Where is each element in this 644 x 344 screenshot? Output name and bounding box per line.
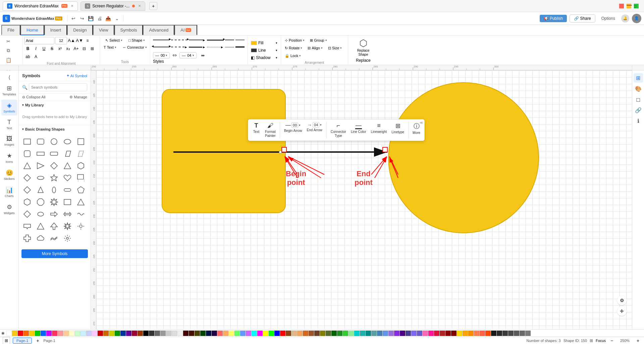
shape-heart[interactable]: [62, 172, 73, 184]
shape-ellipse-h[interactable]: [35, 172, 46, 184]
ft-format-painter-btn[interactable]: 🖌 FormatPainter: [263, 121, 278, 139]
arrow-2[interactable]: ►: [171, 37, 188, 43]
shape-starburst[interactable]: [62, 220, 73, 232]
new-tab-btn[interactable]: +: [149, 2, 157, 10]
color-swatch[interactable]: [172, 331, 177, 336]
tab-insert[interactable]: Insert: [44, 25, 67, 35]
shape-12-star[interactable]: [48, 196, 60, 208]
shape-arrow-r[interactable]: [48, 208, 60, 220]
color-swatch[interactable]: [388, 331, 394, 336]
shape-tri5[interactable]: [35, 220, 46, 232]
paste-btn[interactable]: 📋: [4, 56, 13, 64]
color-swatch[interactable]: [166, 331, 171, 336]
color-swatch[interactable]: [502, 331, 508, 336]
color-swatch[interactable]: [109, 331, 114, 336]
shape-rect-shadow[interactable]: [75, 172, 87, 184]
color-swatch[interactable]: [457, 331, 462, 336]
color-swatch[interactable]: [303, 331, 308, 336]
canvas-settings-btn[interactable]: ⚙: [617, 296, 627, 305]
font-more-btn[interactable]: A+: [72, 45, 80, 52]
ft-text-btn[interactable]: T Text: [250, 121, 262, 139]
text-btn[interactable]: T Text ▾: [101, 44, 119, 51]
color-swatch[interactable]: [63, 331, 69, 336]
shape-square[interactable]: [75, 136, 87, 147]
shape-oct[interactable]: [35, 196, 46, 208]
color-swatch[interactable]: [177, 331, 183, 336]
color-swatch[interactable]: [309, 331, 314, 336]
size-btn[interactable]: ⊡ Size ▾: [326, 45, 344, 52]
color-swatch[interactable]: [291, 331, 297, 336]
color-swatch[interactable]: [206, 331, 211, 336]
color-swatch[interactable]: [189, 331, 194, 336]
shape-rect2[interactable]: [62, 196, 73, 208]
ft-linetype-btn[interactable]: ⊞ Linetype: [389, 121, 406, 139]
color-swatch[interactable]: [183, 331, 189, 336]
color-swatch[interactable]: [75, 331, 80, 336]
more-symbols-btn[interactable]: More Symbols: [21, 249, 88, 258]
lock-btn[interactable]: 🔒 Lock ▾: [282, 52, 303, 59]
shape-wave[interactable]: [75, 208, 87, 220]
color-swatch[interactable]: [354, 331, 360, 336]
shape-rect-rounded[interactable]: [35, 136, 46, 147]
publish-btn[interactable]: 📢 Publish: [540, 15, 567, 22]
rotate-btn[interactable]: ↻ Rotate ▾: [282, 45, 305, 52]
page-tab-1[interactable]: Page-1: [13, 338, 32, 344]
color-swatch[interactable]: [52, 331, 57, 336]
color-swatch[interactable]: [474, 331, 479, 336]
arrow-11[interactable]: [225, 44, 234, 50]
align-btn[interactable]: ≡: [84, 37, 91, 44]
ft-connector-type-btn[interactable]: ⌐ ConnectorType: [329, 121, 348, 139]
italic-btn[interactable]: I: [32, 45, 40, 52]
color-swatch[interactable]: [217, 331, 223, 336]
color-swatch[interactable]: [58, 331, 63, 336]
shape-triangle-eq[interactable]: [62, 160, 73, 171]
sidebar-item-symbols[interactable]: ◈ Symbols: [1, 100, 17, 115]
color-swatch[interactable]: [343, 331, 348, 336]
font-size-input[interactable]: [55, 37, 67, 44]
color-swatch[interactable]: [200, 331, 206, 336]
color-swatch[interactable]: [525, 331, 531, 336]
canvas-page-wrapper[interactable]: Beginpoint Endpoint T Text 🖌 FormatPaint…: [96, 70, 632, 329]
shape-pentagon[interactable]: [75, 184, 87, 196]
shape-arrow-up[interactable]: [48, 220, 60, 232]
color-swatch[interactable]: [371, 331, 377, 336]
tab-close-screen[interactable]: ✕: [138, 4, 141, 8]
add-page-btn[interactable]: +: [35, 338, 41, 344]
tab-ai[interactable]: AI hot: [174, 25, 197, 35]
canvas-crosshair-btn[interactable]: ✛: [617, 306, 627, 316]
shadow-row[interactable]: ◧ Shadow ▾: [250, 55, 279, 61]
shape-hex2[interactable]: [21, 196, 33, 208]
color-swatch[interactable]: [428, 331, 434, 336]
color-swatch[interactable]: [377, 331, 382, 336]
collapse-all-btn[interactable]: ⊖ Collapse All: [22, 95, 46, 99]
redo-btn[interactable]: ↪: [78, 14, 86, 22]
save-btn[interactable]: 💾: [87, 14, 95, 22]
shape-ell2[interactable]: [48, 184, 60, 196]
replace-shape-btn[interactable]: ⬡ ReplaceShape: [357, 38, 370, 57]
bold-btn[interactable]: B: [24, 45, 32, 52]
color-swatch[interactable]: [234, 331, 240, 336]
arrow-4[interactable]: ►: [207, 37, 224, 43]
color-swatch[interactable]: [143, 331, 149, 336]
win-close-btn[interactable]: [619, 4, 624, 8]
color-swatch[interactable]: [451, 331, 457, 336]
print-btn[interactable]: 🖨: [96, 14, 104, 22]
color-swatch[interactable]: [434, 331, 439, 336]
color-swatch[interactable]: [394, 331, 399, 336]
grid-toggle-btn[interactable]: ⊞: [3, 337, 10, 344]
my-library-header[interactable]: ▾ My Library: [19, 101, 91, 109]
tab-close-edraw[interactable]: ✕: [71, 4, 73, 8]
color-swatch[interactable]: [314, 331, 320, 336]
shape-hex[interactable]: [75, 160, 87, 171]
shape-cloud[interactable]: [35, 233, 46, 244]
color-swatch[interactable]: [155, 331, 160, 336]
color-swatch[interactable]: [86, 331, 92, 336]
rs-item-properties[interactable]: ⊞: [634, 73, 643, 83]
underline-btn[interactable]: U: [40, 45, 48, 52]
arrow-10[interactable]: ►: [207, 44, 224, 50]
arrow-6[interactable]: [235, 37, 245, 43]
shape-rounded-rect[interactable]: [162, 89, 286, 213]
color-swatch[interactable]: [280, 331, 285, 336]
color-swatch[interactable]: [274, 331, 280, 336]
rs-item-info[interactable]: ℹ: [634, 116, 643, 126]
